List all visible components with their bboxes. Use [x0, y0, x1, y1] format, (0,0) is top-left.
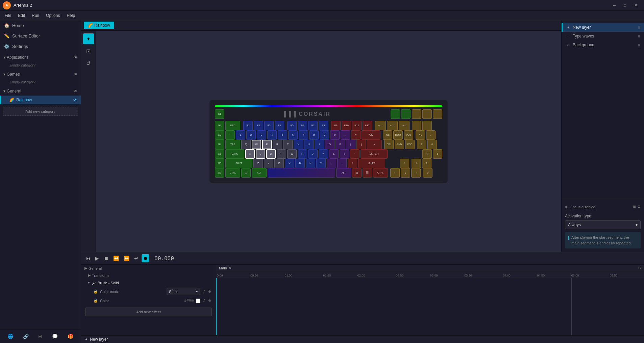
key-prtsc[interactable]: PRT [375, 121, 386, 130]
eye-rainbow-icon[interactable]: 👁 [73, 98, 77, 102]
section-games-header[interactable]: ▾ Games 👁 [0, 70, 81, 79]
key-lctrl[interactable]: CTRL [225, 168, 240, 178]
maximize-button[interactable]: □ [620, 0, 630, 11]
key-tab[interactable]: TAB [225, 140, 240, 149]
key-w[interactable]: W [252, 140, 261, 149]
key-e[interactable]: E [262, 140, 272, 149]
layer-new-layer[interactable]: ✦ New layer ⏸ [562, 23, 644, 32]
key-bracket-r[interactable]: ] [356, 140, 366, 149]
color-mode-copy-button[interactable]: ⊕ [207, 289, 212, 294]
eye-games-icon[interactable]: 👁 [73, 72, 77, 77]
key-x[interactable]: X [264, 159, 273, 168]
key-1[interactable]: 1 [236, 130, 245, 140]
key-nr2[interactable] [422, 121, 432, 130]
layer-type-waves-pause[interactable]: ⏸ [637, 34, 641, 38]
key-right[interactable]: → [411, 168, 421, 178]
key-slash[interactable]: / [348, 159, 357, 168]
key-p[interactable]: P [336, 140, 345, 149]
key-semicolon[interactable]: ; [340, 149, 349, 159]
add-effect-button[interactable]: Add new effect [85, 308, 212, 316]
key-down[interactable]: ↓ [401, 168, 410, 178]
menu-file[interactable]: File [1, 12, 15, 19]
key-f4[interactable]: F4 [275, 121, 284, 130]
track-general[interactable]: ▶ General [81, 265, 216, 272]
select-tool-button[interactable]: ✦ [83, 33, 94, 44]
key-media-1[interactable] [391, 109, 400, 119]
key-lalt[interactable]: ALT [252, 168, 267, 178]
skip-start-button[interactable]: ⏮ [84, 254, 92, 262]
key-scrlk[interactable]: SCR [387, 121, 398, 130]
key-d[interactable]: D [266, 149, 276, 159]
key-3[interactable]: 3 [257, 130, 266, 140]
layer-background[interactable]: ▭ Background ⏸ [562, 41, 644, 49]
key-f3[interactable]: F3 [264, 121, 274, 130]
eye-applications-icon[interactable]: 👁 [73, 55, 77, 60]
key-u[interactable]: U [304, 140, 314, 149]
key-f7[interactable]: F7 [308, 121, 318, 130]
key-r[interactable]: R [273, 140, 282, 149]
key-minus[interactable]: - [341, 130, 350, 140]
key-j[interactable]: J [308, 149, 318, 159]
github-icon[interactable]: 🔗 [22, 332, 30, 340]
key-c[interactable]: C [274, 159, 284, 168]
key-lwin[interactable]: ⊞ [241, 168, 251, 178]
key-nr1[interactable] [412, 121, 421, 130]
key-extra-r3[interactable] [433, 109, 442, 119]
key-period[interactable]: . [337, 159, 347, 168]
play-button[interactable]: ▶ [94, 254, 100, 262]
key-pgup[interactable]: PGU [404, 130, 413, 140]
key-extra-r1[interactable] [412, 109, 421, 119]
menu-run[interactable]: Run [28, 12, 43, 19]
key-left[interactable]: ← [390, 168, 400, 178]
key-g2[interactable]: G2 [215, 121, 224, 130]
menu-options[interactable]: Options [43, 12, 63, 19]
key-g7[interactable]: G7 [215, 168, 224, 178]
nav-surface-editor[interactable]: ✏️ Surface Editor [0, 31, 81, 41]
key-num0[interactable]: 0 [423, 168, 432, 178]
key-f[interactable]: F [277, 149, 286, 159]
chat-icon[interactable]: 💬 [51, 332, 59, 340]
loop-button[interactable]: ↩ [133, 254, 140, 262]
color-reset-button[interactable]: ↺ [202, 298, 206, 304]
activation-dropdown[interactable]: Always ▾ [565, 220, 641, 229]
key-0[interactable]: 0 [330, 130, 340, 140]
key-y[interactable]: Y [294, 140, 303, 149]
key-a[interactable]: A [245, 149, 255, 159]
add-category-button[interactable]: Add new category [3, 107, 78, 116]
key-m[interactable]: M [316, 159, 326, 168]
key-capslock[interactable]: CAPS [225, 149, 244, 159]
key-v[interactable]: V [285, 159, 294, 168]
pen-tool-button[interactable]: ⊡ [83, 46, 94, 56]
layer-background-pause[interactable]: ⏸ [637, 43, 641, 47]
key-comma[interactable]: , [327, 159, 336, 168]
key-numlock[interactable]: NL [416, 130, 425, 140]
close-button[interactable]: ✕ [630, 0, 641, 11]
key-9[interactable]: 9 [320, 130, 329, 140]
track-brush-solid[interactable]: ▾ 🖌 Brush - Solid [81, 279, 216, 287]
key-7[interactable]: 7 [299, 130, 308, 140]
key-backspace[interactable]: ⌫ [362, 130, 380, 140]
focus-icon-2[interactable]: ⚙ [637, 205, 641, 209]
key-pgdn[interactable]: PGD [405, 140, 415, 149]
key-5[interactable]: 5 [278, 130, 287, 140]
record-button[interactable]: ⏺ [142, 254, 149, 262]
color-copy-button[interactable]: ⊕ [207, 298, 212, 304]
key-backslash[interactable]: \ [367, 140, 382, 149]
nav-settings[interactable]: ⚙️ Settings [0, 41, 81, 52]
key-t[interactable]: T [283, 140, 293, 149]
key-num2[interactable]: 2 [422, 159, 431, 168]
stop-button[interactable]: ⏹ [102, 254, 110, 262]
key-numdiv[interactable]: / [426, 130, 436, 140]
key-f9[interactable]: F9 [331, 121, 341, 130]
key-o[interactable]: O [325, 140, 335, 149]
key-h[interactable]: H [298, 149, 307, 159]
key-up[interactable]: ↑ [400, 159, 409, 168]
sidebar-item-rainbow[interactable]: 🌈 Rainbow 👁 [0, 96, 81, 104]
key-4[interactable]: 4 [267, 130, 277, 140]
key-g5[interactable]: G5 [215, 149, 224, 159]
grid-icon[interactable]: ⊞ [37, 332, 44, 340]
minimize-button[interactable]: ─ [609, 0, 620, 11]
active-tab-rainbow[interactable]: 🌈 Rainbow [84, 22, 114, 29]
key-g6[interactable]: G6 [215, 159, 224, 168]
key-esc[interactable]: ESC [225, 121, 240, 130]
